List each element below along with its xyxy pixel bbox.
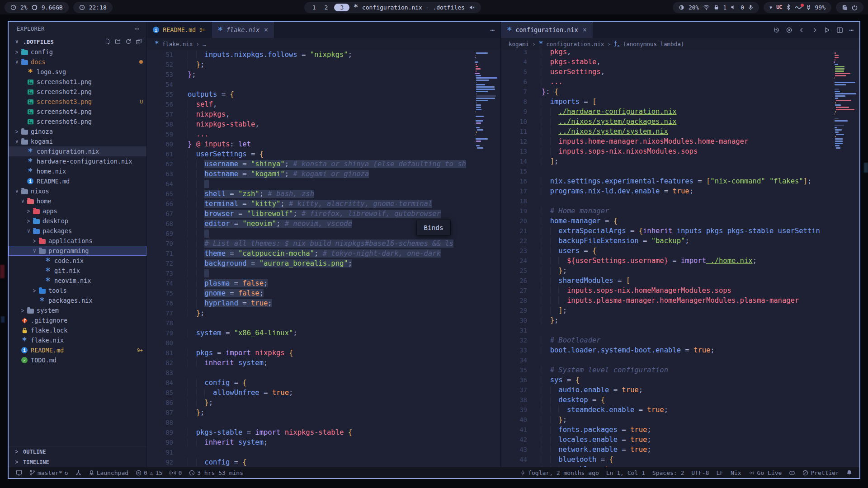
line-number[interactable]: 86	[147, 398, 173, 408]
line-number[interactable]: 66	[147, 199, 173, 209]
open-changes-icon[interactable]	[786, 27, 793, 33]
collapse-folders-icon[interactable]	[136, 38, 142, 45]
line-number[interactable]: 34	[501, 355, 527, 365]
line-number[interactable]: 87	[147, 408, 173, 418]
tree-item-screenshot6-png[interactable]: screenshot6.png	[9, 117, 146, 127]
line-number[interactable]: 51	[147, 50, 173, 60]
line-number[interactable]: 91	[147, 447, 173, 457]
workspace-1[interactable]: 1	[310, 4, 318, 11]
line-number[interactable]: 71	[147, 249, 173, 258]
line-number[interactable]: 3	[501, 47, 527, 57]
outline-section[interactable]: > OUTLINE	[9, 446, 146, 457]
timeline-section[interactable]: > TIMELINE	[9, 457, 146, 467]
line-number[interactable]: 69	[147, 229, 173, 239]
tree-item-apps[interactable]: >apps	[9, 206, 146, 216]
copilot-button[interactable]	[786, 470, 798, 476]
line-number[interactable]: 73	[147, 268, 173, 278]
timeline-icon[interactable]	[773, 27, 780, 33]
line-number[interactable]: 44	[501, 455, 527, 465]
line-number[interactable]: 75	[147, 288, 173, 298]
tree-item--gitignore[interactable]: .gitignore	[9, 315, 146, 325]
line-number[interactable]: 35	[501, 365, 527, 375]
git-graph-button[interactable]	[73, 469, 84, 476]
line-number[interactable]: 20	[501, 216, 527, 226]
line-number[interactable]: 22	[501, 236, 527, 246]
breadcrumb-ellipsis[interactable]: …	[203, 41, 206, 47]
back-icon[interactable]	[798, 27, 805, 33]
line-number[interactable]: 67	[147, 209, 173, 219]
breadcrumb-symbol[interactable]: (anonymous lambda)	[623, 41, 684, 47]
line-number[interactable]: 15	[501, 166, 527, 176]
line-number[interactable]: 6	[501, 77, 527, 87]
line-number[interactable]: 81	[147, 348, 173, 358]
line-number[interactable]: 84	[147, 378, 173, 388]
tree-item-packages-nix[interactable]: *packages.nix	[9, 296, 146, 305]
tree-item-tools[interactable]: >tools	[9, 286, 146, 296]
line-number[interactable]: 82	[147, 358, 173, 368]
tree-item-code-nix[interactable]: *code.nix	[9, 256, 146, 266]
line-number[interactable]: 32	[501, 335, 527, 345]
line-number[interactable]: 43	[501, 445, 527, 455]
line-number[interactable]: 74	[147, 278, 173, 288]
clipboard-icon[interactable]	[842, 5, 848, 10]
line-number[interactable]: 18	[501, 196, 527, 206]
forward-icon[interactable]	[811, 27, 818, 33]
language-mode-button[interactable]: Nix	[728, 469, 744, 476]
tree-item-system[interactable]: >system	[9, 305, 146, 315]
run-icon[interactable]	[824, 27, 830, 33]
explorer-more-actions-icon[interactable]: ⋯	[135, 25, 139, 33]
tree-item-git-nix[interactable]: *git.nix	[9, 266, 146, 276]
line-number[interactable]: 83	[147, 368, 173, 378]
tree-item-applications[interactable]: >applications	[9, 236, 146, 246]
git-blame-button[interactable]: foglar, 2 months ago	[517, 469, 602, 476]
line-number[interactable]: 36	[501, 375, 527, 385]
tree-item-screenshot1-png[interactable]: screenshot1.png	[9, 77, 146, 87]
line-number[interactable]: 16	[501, 176, 527, 186]
notifications-button[interactable]	[844, 469, 855, 476]
breadcrumb-left[interactable]: * flake.nix › …	[147, 38, 500, 50]
line-number[interactable]: 70	[147, 239, 173, 249]
workspace-section-header[interactable]: > .DOTFILES	[9, 36, 146, 47]
line-number[interactable]: 62	[147, 159, 173, 169]
line-number[interactable]: 61	[147, 149, 173, 159]
tray-notification-icon[interactable]	[795, 5, 802, 9]
line-number[interactable]: 5	[501, 67, 527, 77]
line-number[interactable]: 64	[147, 179, 173, 189]
tree-item-configuration-nix[interactable]: *configuration.nix	[9, 146, 146, 156]
line-number[interactable]: 88	[147, 418, 173, 427]
tree-item-logo-svg[interactable]: *logo.svg	[9, 67, 146, 77]
bluetooth-icon[interactable]	[786, 4, 791, 10]
tray-uc-icon[interactable]: UC	[776, 4, 782, 10]
line-number[interactable]: 28	[501, 296, 527, 305]
line-number[interactable]: 14	[501, 156, 527, 166]
line-number[interactable]: 38	[501, 395, 527, 405]
code-editor-flake[interactable]: 51 inputs.nixpkgs.follows = "nixpkgs";52…	[147, 50, 473, 467]
tree-item-readme-md[interactable]: iREADME.md9+	[9, 345, 146, 355]
line-number[interactable]: 72	[147, 258, 173, 268]
line-number[interactable]: 60	[147, 139, 173, 149]
line-number[interactable]: 63	[147, 169, 173, 179]
close-tab-icon[interactable]: ×	[583, 26, 587, 34]
line-number[interactable]: 17	[501, 186, 527, 196]
tree-item-kogami[interactable]: >kogami	[9, 136, 146, 146]
line-number[interactable]: 57	[147, 109, 173, 119]
line-number[interactable]: 23	[501, 246, 527, 256]
line-number[interactable]: 24	[501, 256, 527, 266]
line-number[interactable]: 12	[501, 136, 527, 146]
line-number[interactable]: 39	[501, 405, 527, 415]
refresh-explorer-icon[interactable]	[125, 38, 132, 45]
go-live-button[interactable]: Go Live	[746, 469, 785, 476]
minimap[interactable]	[473, 50, 500, 467]
line-number[interactable]: 45	[501, 465, 527, 467]
close-tab-icon[interactable]: ×	[264, 26, 268, 34]
line-number[interactable]: 55	[147, 89, 173, 99]
line-number[interactable]: 90	[147, 437, 173, 447]
tree-item-flake-nix[interactable]: *flake.nix	[9, 335, 146, 345]
tree-item-desktop[interactable]: >desktop	[9, 216, 146, 226]
tab-configuration-nix-active[interactable]: * configuration.nix ×	[501, 22, 593, 38]
code-editor-configuration[interactable]: 3 pkgs,4 pkgs-stable,5 userSettings,6 ..…	[501, 47, 832, 467]
eol-button[interactable]: LF	[713, 469, 726, 476]
new-folder-icon[interactable]	[115, 38, 121, 45]
tree-item-nixos[interactable]: >nixos	[9, 186, 146, 196]
line-number[interactable]: 85	[147, 388, 173, 398]
